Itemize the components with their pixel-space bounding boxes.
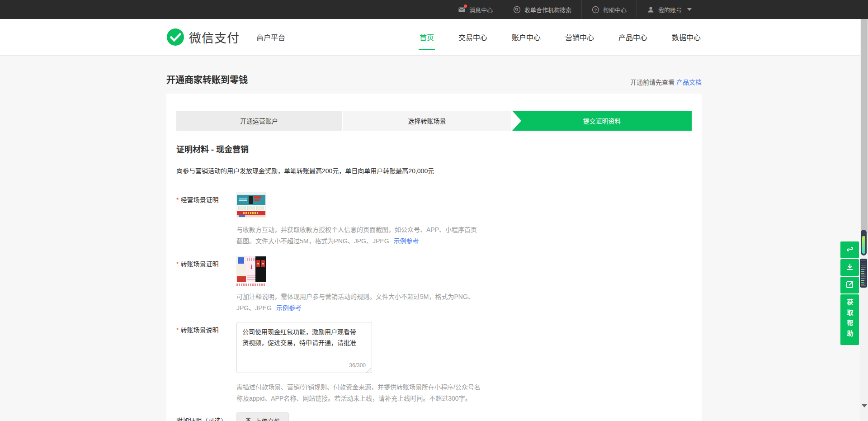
section-title: 证明材料 - 现金营销 — [176, 144, 692, 156]
brand-name: 微信支付 — [189, 28, 240, 46]
doc-note: 开通前请先查看 产品文档 — [630, 77, 702, 86]
scroll-marker-striped — [860, 259, 867, 288]
field-label-text: 转账场景说明 — [180, 326, 218, 334]
field-hint-text: 可加注释说明，需体现用户参与营销活动的规则。文件大小不超过5M，格式为PNG、J… — [236, 293, 474, 312]
feedback-button[interactable] — [840, 277, 859, 293]
download-icon — [845, 262, 854, 273]
topbar-item-label: 我的账号 — [658, 5, 682, 14]
field-label: *转账场景说明 — [176, 322, 236, 404]
upload-file-button[interactable]: 上传文件 — [236, 412, 289, 421]
main-nav: 首页 交易中心 账户中心 营销中心 产品中心 数据中心 — [419, 31, 702, 43]
topbar-item-label: 消息中心 — [469, 5, 493, 14]
get-help-button[interactable]: 获取帮助 — [840, 294, 859, 345]
section-desc: 向参与营销活动的用户发放现金奖励，单笔转账最高200元，单日向单用户转账最高20… — [176, 166, 692, 175]
product-doc-link[interactable]: 产品文档 — [676, 79, 702, 86]
unread-badge-dot — [464, 5, 467, 8]
nav-item-products[interactable]: 产品中心 — [618, 31, 648, 43]
field-label-text: 附加证明（可选） — [176, 417, 227, 421]
topbar-item-label: 收单合作机构搜索 — [524, 5, 571, 14]
proof-form: *经营场景证明 — [176, 192, 692, 421]
page: 消息中心 收单合作机构搜索 ? 帮助中心 我的账号 — [0, 0, 868, 421]
topbar-item-help-center[interactable]: ? 帮助中心 — [581, 0, 637, 19]
scrollbar-thumb[interactable] — [861, 19, 868, 233]
platform-name: 商户平台 — [256, 32, 285, 43]
nav-item-transactions[interactable]: 交易中心 — [458, 31, 488, 43]
thumbnail-annotation — [236, 284, 265, 286]
nav-item-marketing[interactable]: 营销中心 — [564, 31, 595, 43]
upload-button-label: 上传文件 — [255, 416, 280, 421]
scroll-down-arrow-icon[interactable] — [862, 404, 867, 407]
step-submit-proof: 提交证明资料 — [512, 111, 692, 131]
field-label: 附加证明（可选） — [176, 412, 236, 421]
step-open-account: 开通运营账户 — [176, 111, 342, 131]
form-row-transfer-desc: *转账场景说明 公司使用现金红包功能，激励用户观看带 货视频，促进交易，特申请开… — [176, 322, 692, 404]
required-asterisk: * — [176, 196, 179, 203]
field-label-text: 经营场景证明 — [180, 196, 218, 203]
user-icon — [647, 6, 655, 14]
field-label: *转账场景证明 — [176, 256, 236, 314]
transfer-proof-image — [236, 256, 266, 282]
doc-note-text: 开通前请先查看 — [630, 79, 675, 86]
example-reference-link[interactable]: 示例参考 — [393, 237, 419, 245]
form-row-extra-proof: 附加证明（可选） 上传文件 — [176, 412, 692, 421]
wechat-pay-logo-icon — [166, 28, 184, 46]
field-label-text: 转账场景证明 — [180, 260, 218, 268]
nav-item-account[interactable]: 账户中心 — [511, 31, 542, 43]
field-hint: 可加注释说明，需体现用户参与营销活动的规则。文件大小不超过5M，格式为PNG、J… — [236, 291, 481, 314]
link-icon — [845, 245, 854, 255]
step-indicator: 开通运营账户 选择转账场景 提交证明资料 — [176, 111, 692, 131]
main-content: 开通商家转账到零钱 开通前请先查看 产品文档 开通运营账户 选择转账场景 提交证… — [0, 56, 868, 421]
step-choose-scene: 选择转账场景 — [343, 111, 511, 131]
required-asterisk: * — [176, 326, 179, 334]
download-button[interactable] — [840, 259, 859, 276]
scroll-marker-gradient — [861, 230, 867, 255]
scrollbar-track[interactable] — [860, 19, 868, 421]
upload-icon — [245, 417, 251, 421]
field-hint-text: 与收款方互动，并获取收款方授权个人信息的页面截图，如公众号、APP、小程序首页截… — [236, 226, 477, 245]
topbar-item-label: 帮助中心 — [603, 5, 627, 14]
get-help-label: 获取帮助 — [845, 299, 854, 341]
transfer-proof-thumbnail[interactable] — [236, 256, 266, 286]
nav-item-data[interactable]: 数据中心 — [671, 31, 702, 43]
example-reference-link[interactable]: 示例参考 — [276, 304, 302, 312]
field-hint: 与收款方互动，并获取收款方授权个人信息的页面截图，如公众号、APP、小程序首页截… — [236, 224, 481, 247]
topbar: 消息中心 收单合作机构搜索 ? 帮助中心 我的账号 — [0, 0, 868, 19]
topbar-item-acquirer-search[interactable]: 收单合作机构搜索 — [503, 0, 581, 19]
header: 微信支付 商户平台 首页 交易中心 账户中心 营销中心 产品中心 数据中心 — [0, 19, 868, 56]
brand-divider — [248, 32, 248, 43]
mail-icon — [458, 6, 466, 14]
quick-link-button[interactable] — [840, 241, 859, 258]
business-proof-image — [236, 192, 266, 218]
topbar-item-my-account[interactable]: 我的账号 — [637, 0, 702, 19]
brand-logo-area[interactable]: 微信支付 商户平台 — [166, 28, 285, 46]
form-row-business-proof: *经营场景证明 — [176, 192, 692, 247]
svg-text:?: ? — [594, 7, 597, 12]
form-card: 开通运营账户 选择转账场景 提交证明资料 证明材料 - 现金营销 向参与营销活动… — [166, 94, 702, 421]
business-proof-thumbnail[interactable] — [236, 192, 266, 218]
topbar-item-messages[interactable]: 消息中心 — [448, 0, 503, 19]
transfer-scene-textarea[interactable]: 公司使用现金红包功能，激励用户观看带 货视频，促进交易，特申请开通，请批准 — [236, 322, 372, 373]
help-icon: ? — [592, 6, 599, 14]
edit-icon — [845, 280, 854, 291]
field-hint: 需描述付款场景、营销/分销规则、付款资金来源，并提供转账场景所在小程序/公众号名… — [236, 382, 481, 404]
search-icon — [513, 6, 521, 14]
field-label: *经营场景证明 — [176, 192, 236, 247]
page-title: 开通商家转账到零钱 — [166, 74, 248, 86]
form-row-transfer-proof: *转账场景证明 — [176, 256, 692, 314]
required-asterisk: * — [176, 260, 179, 268]
caret-down-icon — [687, 8, 692, 11]
floating-toolbar: 获取帮助 — [840, 241, 859, 345]
nav-item-home[interactable]: 首页 — [419, 31, 435, 43]
